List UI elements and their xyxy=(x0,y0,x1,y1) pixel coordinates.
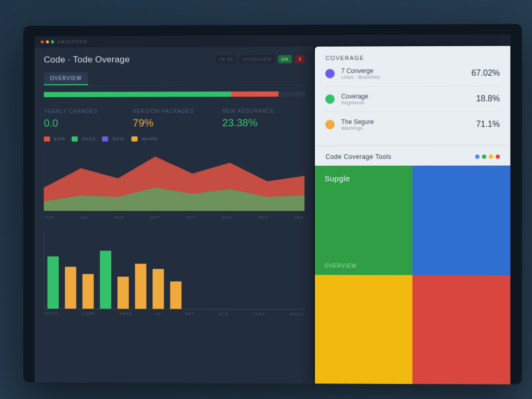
bar-wrap xyxy=(100,251,111,309)
item-name: 7 Converge xyxy=(341,67,466,75)
tick-label: Core xyxy=(82,311,96,316)
metric-value: 0.0 xyxy=(44,117,125,129)
summary-panel: Coverage 7 Converge Lines · Branches 67.… xyxy=(315,46,510,384)
dot-red-icon xyxy=(496,155,500,159)
list-item[interactable]: The Segure Warnings 71.1% xyxy=(325,112,500,137)
panel-header: Code · Tode Overage 78.85 Overview OK 3 xyxy=(44,54,304,71)
item-sub: Warnings xyxy=(341,125,470,130)
list-item[interactable]: Coverage Segments 18.8% xyxy=(325,86,500,112)
bar-chart-ticks: AuthCoreDataUINetSysTestDocs xyxy=(44,309,304,316)
dot-blue-icon xyxy=(475,155,480,159)
dot-green-icon xyxy=(482,155,486,159)
status-error-pill[interactable]: 3 xyxy=(295,55,304,63)
screen-bezel: Analytics Code · Tode Overage 78.85 Over… xyxy=(23,24,522,384)
tick-label: Docs xyxy=(289,312,303,316)
quad-tile-blue[interactable] xyxy=(413,166,510,275)
summary-title: Coverage xyxy=(325,55,500,61)
bar-wrap xyxy=(135,264,147,309)
tick-label: Jan xyxy=(294,215,303,220)
tick-label: Auth xyxy=(45,311,58,316)
item-value: 18.8% xyxy=(476,94,500,103)
bar[interactable] xyxy=(135,264,147,309)
summary-list: Coverage 7 Converge Lines · Branches 67.… xyxy=(315,46,510,145)
bar-wrap xyxy=(170,281,181,309)
quad-sub: Overview xyxy=(324,263,356,269)
metric-value: 79% xyxy=(133,117,215,129)
bar-wrap xyxy=(153,269,164,309)
item-value: 67.02% xyxy=(471,69,500,78)
window-titlebar: Analytics xyxy=(35,34,511,47)
item-sub: Segments xyxy=(341,100,470,105)
tick-label: Data xyxy=(119,311,132,316)
bar[interactable] xyxy=(65,267,76,309)
main-row: Code · Tode Overage 78.85 Overview OK 3 … xyxy=(35,46,511,384)
progress-rest xyxy=(278,91,304,97)
item-name: Coverage xyxy=(341,92,470,100)
tick-label: Nov xyxy=(222,215,232,220)
progress-green xyxy=(44,91,231,97)
item-value: 71.1% xyxy=(476,119,500,129)
bar-wrap xyxy=(65,267,76,309)
bar[interactable] xyxy=(47,257,59,309)
badge-icon xyxy=(325,120,335,129)
bar-wrap xyxy=(83,274,94,309)
trend-area-chart: JunJulAugSepOctNovDecJan xyxy=(44,149,304,227)
tab-overview[interactable]: Overview xyxy=(44,72,88,85)
tick-label: Sys xyxy=(219,312,229,316)
chip-warn-icon xyxy=(131,136,138,141)
bar[interactable] xyxy=(100,251,111,309)
close-icon[interactable] xyxy=(41,41,44,44)
item-sub: Lines · Branches xyxy=(341,74,466,80)
tick-label: Dec xyxy=(258,215,269,220)
status-ok-pill: OK xyxy=(278,55,292,63)
quad-tiles: Supgle Overview xyxy=(315,166,510,384)
quad-tile-red[interactable] xyxy=(413,275,510,384)
quad-tile-green[interactable]: Supgle Overview xyxy=(315,166,413,275)
chip-error-icon xyxy=(44,137,50,142)
tick-label: Net xyxy=(185,312,195,316)
bar[interactable] xyxy=(170,281,181,309)
quad-tile-yellow[interactable] xyxy=(315,275,413,384)
bar-wrap xyxy=(117,277,129,309)
chip-skip-icon xyxy=(102,136,109,141)
header-stat: 78.85 xyxy=(216,55,236,63)
area-chart-svg xyxy=(44,149,304,211)
metric-label: Version Packages xyxy=(133,108,215,114)
chip-label: Pass xyxy=(82,137,96,142)
legend-chips: Err Pass Skip Warn xyxy=(44,136,304,142)
metric-card: Yearly Changes 0.0 xyxy=(44,109,125,129)
header-actions: 78.85 Overview OK 3 xyxy=(216,55,305,64)
zoom-icon[interactable] xyxy=(51,41,54,44)
item-name: The Segure xyxy=(341,118,470,125)
badge-icon xyxy=(325,95,335,104)
tick-label: Jun xyxy=(45,215,54,220)
tab-row: Overview xyxy=(44,72,304,86)
metric-label: Yearly Changes xyxy=(44,109,125,114)
metric-card: New Assurance 23.38% xyxy=(222,108,305,129)
tools-header: Code Coverage Tools xyxy=(315,145,510,166)
tick-label: UI xyxy=(156,311,161,316)
chip-pass-icon xyxy=(72,137,78,142)
traffic-lights xyxy=(41,41,54,44)
tick-label: Test xyxy=(253,312,265,316)
bar[interactable] xyxy=(83,274,94,309)
bar-wrap xyxy=(47,257,59,309)
dot-yellow-icon xyxy=(489,155,493,159)
dashboard-panel: Code · Tode Overage 78.85 Overview OK 3 … xyxy=(35,47,314,384)
tick-label: Sep xyxy=(151,215,161,220)
metrics-row: Yearly Changes 0.0 Version Packages 79% … xyxy=(44,108,304,129)
bar[interactable] xyxy=(153,269,164,309)
coverage-bar-chart xyxy=(44,232,304,310)
metric-value: 23.38% xyxy=(222,117,305,129)
list-item[interactable]: 7 Converge Lines · Branches 67.02% xyxy=(325,61,500,87)
header-nav[interactable]: Overview xyxy=(240,55,275,63)
minimize-icon[interactable] xyxy=(46,41,49,44)
bar[interactable] xyxy=(117,277,129,309)
area-chart-ticks: JunJulAugSepOctNovDecJan xyxy=(44,213,304,220)
titlebar-label: Analytics xyxy=(57,39,87,44)
metric-label: New Assurance xyxy=(222,108,305,114)
quad-label: Supgle xyxy=(324,174,350,183)
chip-label: Skip xyxy=(113,136,125,141)
chip-label: Err xyxy=(54,137,65,142)
tick-label: Jul xyxy=(80,215,89,220)
